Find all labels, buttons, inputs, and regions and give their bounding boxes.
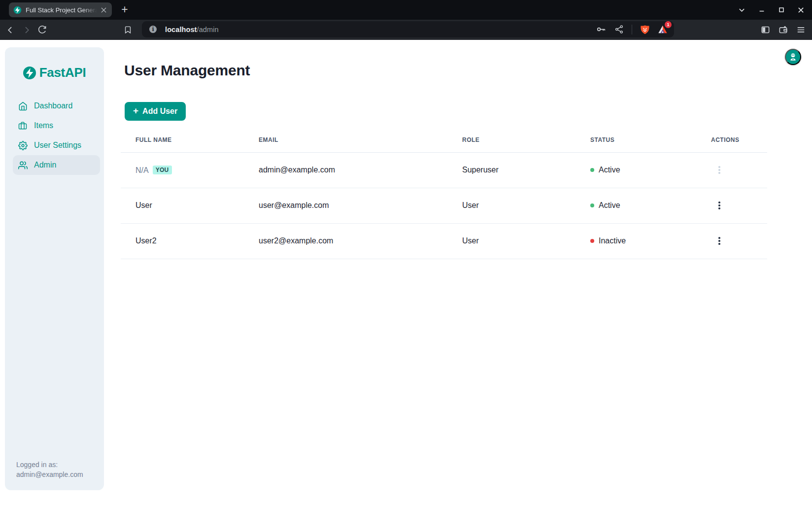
browser-tab[interactable]: Full Stack Project Genera <box>9 2 112 17</box>
users-icon <box>18 160 28 170</box>
column-header-full-name: FULL NAME <box>121 128 259 152</box>
site-info-icon[interactable]: i <box>149 26 157 33</box>
brave-shield-icon[interactable] <box>639 24 650 35</box>
home-icon <box>18 101 28 111</box>
column-header-status: STATUS <box>590 128 711 152</box>
close-window-button[interactable] <box>795 4 807 16</box>
url-path: /admin <box>197 26 219 34</box>
sidebar-item-user-settings[interactable]: User Settings <box>13 135 100 155</box>
cell-full-name: User2 <box>121 223 259 259</box>
cell-email: user@example.com <box>259 188 462 223</box>
logo-text: FastAPI <box>39 65 86 80</box>
add-user-button[interactable]: + Add User <box>125 102 186 121</box>
minimize-button[interactable] <box>755 4 768 16</box>
status-dot-active <box>590 168 594 172</box>
briefcase-icon <box>18 121 28 131</box>
table-header-row: FULL NAME EMAIL ROLE STATUS ACTIONS <box>121 128 767 152</box>
status-dot-inactive <box>590 239 594 243</box>
column-header-role: ROLE <box>462 128 590 152</box>
bookmark-icon[interactable] <box>122 24 134 36</box>
logged-in-label: Logged in as: <box>16 460 83 470</box>
cell-status: Active <box>599 201 620 210</box>
menu-hamburger-icon[interactable] <box>795 24 807 36</box>
brave-rewards-icon[interactable]: 1 <box>657 24 668 35</box>
row-actions-menu-button[interactable] <box>713 199 726 212</box>
url-host: localhost <box>165 26 197 34</box>
sidebar-item-label: Items <box>34 121 53 130</box>
fastapi-favicon-icon <box>13 6 22 14</box>
password-key-icon[interactable] <box>595 24 607 35</box>
rewards-badge: 1 <box>665 21 672 28</box>
cell-full-name: User <box>121 188 259 223</box>
cell-email: admin@example.com <box>259 152 462 188</box>
sidebar-item-label: Admin <box>34 161 56 169</box>
address-bar[interactable]: i localhost/admin <box>142 21 674 37</box>
cell-role: Superuser <box>462 152 590 188</box>
tab-search-chevron-icon[interactable] <box>736 4 748 16</box>
user-menu-button[interactable] <box>785 49 801 65</box>
row-actions-menu-button <box>713 163 726 177</box>
logged-in-footer: Logged in as: admin@example.com <box>16 460 83 479</box>
table-row: User user@example.com User Active <box>121 188 767 223</box>
page-content: FastAPI Dashboard Items <box>0 40 812 505</box>
maximize-button[interactable] <box>775 4 787 16</box>
column-header-actions: ACTIONS <box>711 128 767 152</box>
cell-status: Inactive <box>599 236 626 245</box>
window-controls <box>736 0 812 20</box>
cell-email: user2@example.com <box>259 223 462 259</box>
astronaut-icon <box>788 52 798 62</box>
sidebar-item-items[interactable]: Items <box>13 116 100 135</box>
row-actions-menu-button[interactable] <box>713 234 726 248</box>
page-title: User Management <box>124 62 250 79</box>
sidebar-item-label: Dashboard <box>34 101 72 110</box>
table-row: User2 user2@example.com User Inactive <box>121 223 767 259</box>
sidebar: FastAPI Dashboard Items <box>5 47 104 490</box>
tab-close-icon[interactable] <box>100 6 107 14</box>
cell-role: User <box>462 223 590 259</box>
logged-in-email: admin@example.com <box>16 470 83 479</box>
users-table: FULL NAME EMAIL ROLE STATUS ACTIONS N/AY… <box>121 128 767 259</box>
sidebar-toggle-icon[interactable] <box>759 24 772 36</box>
new-tab-button[interactable]: + <box>118 3 131 16</box>
url-text[interactable]: localhost/admin <box>165 26 219 34</box>
fastapi-logo-icon <box>23 67 36 79</box>
cell-status: Active <box>599 166 620 174</box>
gear-icon <box>18 140 28 150</box>
plus-icon: + <box>133 105 138 116</box>
status-dot-active <box>590 203 594 207</box>
column-header-email: EMAIL <box>259 128 462 152</box>
forward-icon[interactable] <box>20 24 33 36</box>
back-icon[interactable] <box>4 24 16 36</box>
sidebar-item-label: User Settings <box>34 141 81 150</box>
reload-icon[interactable] <box>36 24 48 36</box>
sidebar-item-admin[interactable]: Admin <box>13 155 100 175</box>
add-user-label: Add User <box>142 107 177 116</box>
wallet-icon[interactable] <box>777 24 789 36</box>
you-badge: YOU <box>153 166 172 174</box>
tab-title: Full Stack Project Genera <box>26 6 99 14</box>
table-row: N/AYOU admin@example.com Superuser Activ… <box>121 152 767 188</box>
browser-toolbar: i localhost/admin <box>0 20 812 40</box>
toolbar-divider <box>632 25 632 34</box>
browser-titlebar: Full Stack Project Genera + <box>0 0 812 20</box>
sidebar-nav: Dashboard Items User Settings <box>5 96 104 175</box>
fastapi-logo: FastAPI <box>5 65 104 80</box>
cell-full-name: N/A <box>135 166 149 174</box>
cell-role: User <box>462 188 590 223</box>
share-icon[interactable] <box>613 24 625 35</box>
sidebar-item-dashboard[interactable]: Dashboard <box>13 96 100 116</box>
